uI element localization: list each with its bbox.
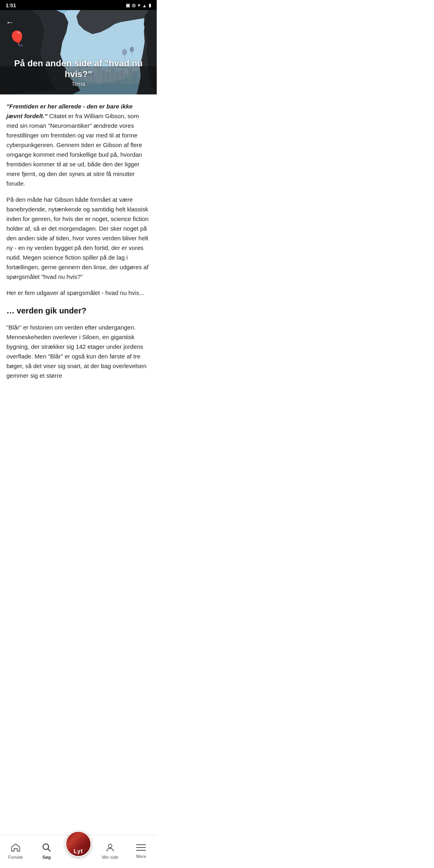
article-para3: Her er fem udgaver af spørgsmålet - hvad… [6,288,150,298]
sim-icon: ▣ [126,3,130,8]
hero-banner: 🎈 ← På den anden side af "hvad nu hvis?"… [0,10,157,94]
signal-icon: ▲ [142,3,147,8]
status-time: 1:51 [6,2,16,8]
article-content: "Fremtiden er her allerede - den er bare… [0,94,157,393]
article-para4: "Blår" er historien om verden efter unde… [6,323,150,381]
svg-point-27 [130,47,134,52]
wifi-icon: ▾ [138,3,140,8]
balloon-left-icon: 🎈 [8,30,26,47]
article-para1-text: Citatet er fra William Gibson, som med s… [6,113,142,187]
hero-subtitle: Tema [8,81,149,87]
status-icons: ▣ ◎ ▾ ▲ ▮ [126,3,151,8]
status-bar: 1:51 ▣ ◎ ▾ ▲ ▮ [0,0,157,10]
article-para1: "Fremtiden er her allerede - den er bare… [6,102,150,188]
svg-point-25 [122,49,127,55]
circle-icon: ◎ [132,3,136,8]
hero-title: På den anden side af "hvad nu hvis?" [8,58,149,80]
section-heading-1: … verden gik under? [6,304,150,317]
back-button[interactable]: ← [6,17,14,28]
battery-icon: ▮ [149,3,151,8]
hero-text-overlay: På den anden side af "hvad nu hvis?" Tem… [0,58,157,87]
article-para2: På den måde har Gibson både formået at v… [6,195,150,282]
